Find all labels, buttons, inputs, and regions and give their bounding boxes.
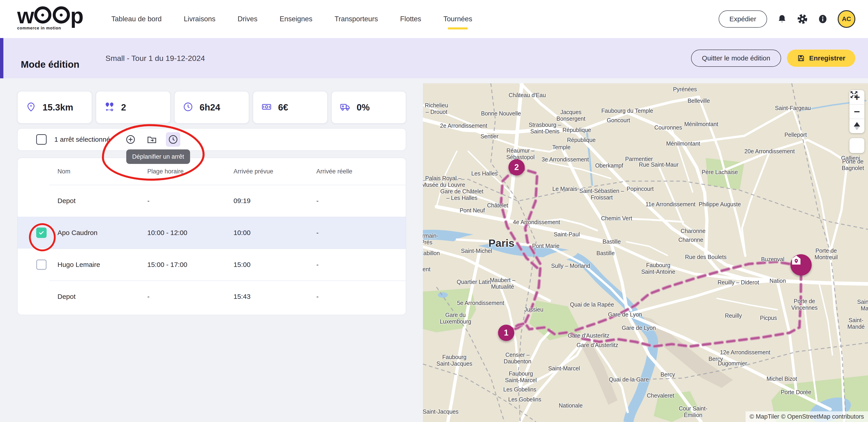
nav-item-drives[interactable]: Drives [237, 13, 258, 25]
move-to-folder-icon[interactable] [145, 132, 159, 147]
row-checkbox-checked[interactable] [36, 228, 46, 238]
settings-gear-icon[interactable] [797, 13, 808, 25]
app-root: w p commerce in motion Tableau de bordLi… [0, 0, 868, 422]
stop-actual-arrival: - [316, 229, 406, 237]
stop-planned-arrival: 09:19 [234, 197, 316, 205]
banner-accent-bar [0, 38, 3, 78]
select-all-checkbox[interactable] [36, 134, 46, 145]
nav-item-enseignes[interactable]: Enseignes [279, 13, 313, 25]
stat-card-money: 6€ [253, 91, 328, 124]
notifications-bell-icon[interactable] [777, 13, 787, 25]
money-icon [261, 102, 272, 113]
map-marker-stop-2[interactable]: 2 [508, 159, 525, 176]
unschedule-stop-clock-icon[interactable] [166, 132, 180, 147]
stop-time-window: 10:00 - 12:00 [147, 229, 234, 237]
nav-item-tournées[interactable]: Tournées [443, 13, 473, 25]
table-row[interactable]: Depot - 09:19 - [18, 185, 406, 217]
banner-actions: Quitter le mode édition Enregistrer [691, 38, 855, 78]
nav-item-flottes[interactable]: Flottes [400, 13, 422, 25]
main-nav: Tableau de bordLivraisonsDrivesEnseignes… [111, 0, 473, 38]
stat-card-truck: 0% [331, 91, 406, 124]
map-tilt-control[interactable] [849, 119, 864, 133]
info-icon[interactable] [817, 13, 828, 25]
stat-card-pin: 15.3km [17, 91, 92, 124]
quit-edit-mode-button[interactable]: Quitter le mode édition [691, 50, 781, 67]
tour-subtitle: Small - Tour 1 du 19-12-2024 [105, 54, 205, 63]
table-header-row: NomPlage horaireArrivée prévueArrivée ré… [18, 158, 406, 185]
map-canvas [423, 83, 868, 422]
brand-logo[interactable]: w p commerce in motion [17, 5, 83, 31]
tilt-up-icon [854, 122, 860, 126]
map-marker-depot-home[interactable] [790, 254, 812, 275]
stop-action-icons [123, 132, 180, 147]
stop-name: Hugo Lemaire [58, 261, 147, 269]
map-fullscreen-button[interactable] [849, 138, 864, 153]
column-header: Arrivée réelle [316, 168, 406, 175]
stat-card-route: 2 [96, 91, 170, 124]
fullscreen-icon [849, 90, 859, 99]
map-attribution[interactable]: © MapTiler © OpenStreetMap contributors [746, 411, 868, 422]
brand-logo-word: w p [17, 5, 83, 25]
stop-name: Depot [58, 293, 147, 300]
stop-actual-arrival: - [316, 261, 406, 269]
stop-actual-arrival: - [316, 197, 406, 205]
stat-value: 0% [356, 102, 370, 113]
tilt-down-icon [855, 127, 859, 130]
stop-planned-arrival: 15:43 [234, 293, 316, 300]
user-avatar[interactable]: AC [838, 10, 855, 28]
edit-mode-banner: Mode édition Small - Tour 1 du 19-12-202… [0, 38, 868, 78]
brand-tagline: commerce in motion [17, 26, 83, 31]
stat-value: 15.3km [42, 102, 73, 113]
stop-time-window: - [147, 293, 234, 300]
unschedule-stop-tooltip: Déplanifier un arrêt [126, 149, 190, 164]
route-icon [104, 102, 115, 113]
clock-icon [183, 102, 193, 113]
nav-item-livraisons[interactable]: Livraisons [183, 13, 216, 25]
nav-item-tableau-de-bord[interactable]: Tableau de bord [111, 13, 162, 25]
stat-value: 2 [121, 102, 126, 113]
selection-toolbar: 1 arrêt sélectionné [17, 128, 406, 151]
add-stop-icon[interactable] [123, 132, 138, 147]
truck-icon [340, 102, 350, 113]
stop-time-window: - [147, 197, 234, 205]
column-header: Plage horaire [147, 168, 234, 175]
logo-o-icon [53, 6, 70, 24]
stop-planned-arrival: 10:00 [234, 229, 316, 237]
stop-actual-arrival: - [316, 293, 406, 300]
nav-item-transporteurs[interactable]: Transporteurs [334, 13, 378, 25]
stat-card-clock: 6h24 [174, 91, 249, 124]
ship-button[interactable]: Expédier [719, 10, 767, 28]
map-controls: + − [849, 90, 864, 153]
selection-count-label: 1 arrêt sélectionné [54, 135, 110, 143]
stop-name: Depot [58, 197, 147, 205]
stat-value: 6€ [278, 102, 288, 113]
table-row[interactable]: Hugo Lemaire 15:00 - 17:00 15:00 - [18, 248, 406, 280]
pin-icon [26, 102, 36, 113]
page-title: Mode édition [21, 59, 80, 70]
column-header: Nom [58, 168, 147, 175]
header-actions: Expédier AC [719, 0, 855, 38]
tour-stats: 15.3km 2 6h24 6€ 0% [17, 91, 406, 124]
stat-value: 6h24 [199, 102, 220, 113]
stop-time-window: 15:00 - 17:00 [147, 261, 234, 269]
top-header: w p commerce in motion Tableau de bordLi… [0, 0, 868, 38]
save-floppy-icon [797, 54, 805, 62]
map-zoom-out-button[interactable]: − [849, 104, 864, 119]
table-row[interactable]: Apo Caudron 10:00 - 12:00 10:00 - [18, 217, 406, 248]
stop-name: Apo Caudron [58, 229, 147, 237]
stop-planned-arrival: 15:00 [234, 261, 316, 269]
stops-table: NomPlage horaireArrivée prévueArrivée ré… [17, 157, 406, 315]
row-checkbox[interactable] [36, 260, 46, 270]
save-button[interactable]: Enregistrer [787, 50, 855, 67]
column-header: Arrivée prévue [234, 168, 316, 175]
active-tab-underline [448, 27, 468, 29]
table-row[interactable]: Depot - 15:43 - [18, 280, 406, 312]
logo-o-icon [34, 6, 51, 24]
route-map[interactable]: PyrénéesBellevilleChâteau d'EauJacques B… [423, 83, 868, 422]
map-marker-stop-1[interactable]: 1 [498, 325, 514, 341]
